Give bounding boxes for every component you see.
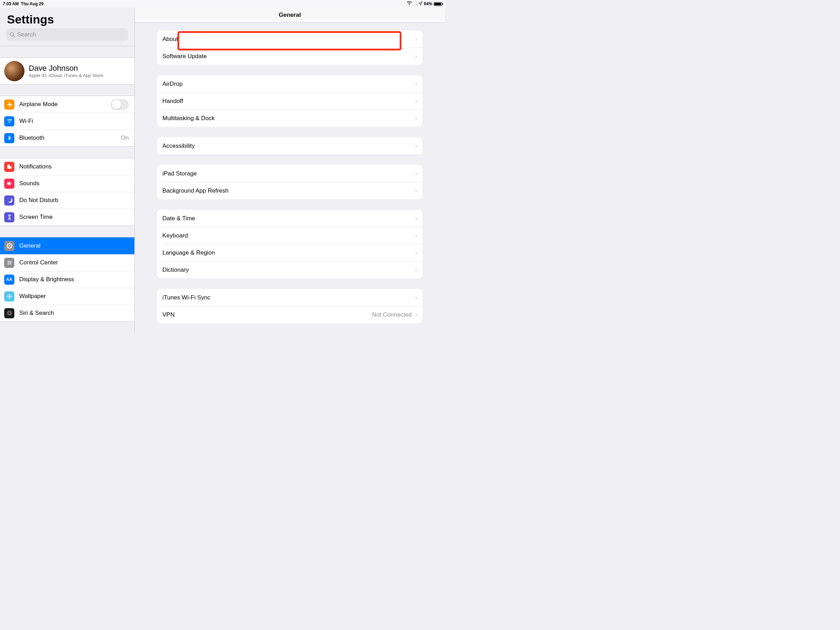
sidebar-item-airplane[interactable]: Airplane Mode bbox=[0, 96, 134, 113]
search-input[interactable] bbox=[17, 31, 125, 38]
row-about[interactable]: About › bbox=[157, 30, 422, 47]
row-itunes-wifi-sync[interactable]: iTunes Wi-Fi Sync› bbox=[157, 289, 422, 306]
sidebar-item-notifications[interactable]: Notifications bbox=[0, 158, 134, 175]
siri-icon bbox=[4, 308, 14, 318]
svg-point-18 bbox=[10, 262, 11, 263]
sidebar-item-screentime[interactable]: Screen Time bbox=[0, 209, 134, 226]
content-header: General bbox=[135, 8, 445, 23]
search-icon bbox=[10, 32, 15, 38]
sidebar-label: Airplane Mode bbox=[19, 101, 111, 108]
status-bar: 7:03 AM Thu Aug 29 94% bbox=[0, 0, 445, 8]
svg-point-27 bbox=[8, 312, 11, 314]
row-label: About bbox=[163, 36, 412, 43]
bluetooth-status: On bbox=[121, 135, 129, 141]
content-pane: General About › Software Update › AirDro… bbox=[135, 8, 445, 333]
chevron-right-icon: › bbox=[415, 142, 417, 150]
search-field[interactable] bbox=[6, 28, 128, 41]
flower-icon bbox=[4, 291, 14, 302]
row-label: Background App Refresh bbox=[163, 187, 412, 195]
row-keyboard[interactable]: Keyboard› bbox=[157, 227, 422, 244]
row-language-region[interactable]: Language & Region› bbox=[157, 244, 422, 261]
chevron-right-icon: › bbox=[415, 115, 417, 122]
chevron-right-icon: › bbox=[415, 36, 417, 43]
profile-name: Dave Johnson bbox=[29, 64, 103, 73]
chevron-right-icon: › bbox=[415, 170, 417, 177]
sidebar-item-general[interactable]: General bbox=[0, 237, 134, 254]
location-icon bbox=[418, 2, 422, 6]
svg-point-5 bbox=[9, 245, 10, 247]
chevron-right-icon: › bbox=[415, 249, 417, 256]
content-title: General bbox=[279, 11, 301, 19]
row-date-time[interactable]: Date & Time› bbox=[157, 210, 422, 227]
chevron-right-icon: › bbox=[415, 187, 417, 195]
svg-line-11 bbox=[11, 247, 11, 248]
sidebar-item-display[interactable]: AA Display & Brightness bbox=[0, 271, 134, 288]
do-not-disturb-icon bbox=[413, 2, 417, 6]
gear-icon bbox=[4, 241, 14, 251]
row-label: Dictionary bbox=[163, 266, 412, 274]
sidebar-label: Display & Brightness bbox=[19, 276, 129, 283]
row-label: Multitasking & Dock bbox=[163, 115, 412, 122]
sidebar-item-controlcenter[interactable]: Control Center bbox=[0, 254, 134, 271]
textsize-icon: AA bbox=[4, 275, 14, 285]
row-accessibility[interactable]: Accessibility› bbox=[157, 137, 422, 154]
sidebar-item-sounds[interactable]: Sounds bbox=[0, 175, 134, 192]
chevron-right-icon: › bbox=[415, 98, 417, 105]
sidebar-label: Bluetooth bbox=[19, 135, 121, 141]
row-label: iPad Storage bbox=[163, 170, 412, 177]
profile-sub: Apple ID, iCloud, iTunes & App Store bbox=[29, 73, 103, 78]
notifications-icon bbox=[4, 162, 14, 172]
status-time: 7:03 AM bbox=[3, 2, 19, 6]
sidebar-label: General bbox=[19, 242, 129, 249]
sidebar-label: Wi-Fi bbox=[19, 118, 129, 125]
svg-point-24 bbox=[10, 296, 12, 297]
svg-line-1 bbox=[13, 36, 15, 37]
svg-point-22 bbox=[9, 297, 10, 299]
battery-icon bbox=[434, 2, 442, 6]
sidebar-item-appleid[interactable]: Dave Johnson Apple ID, iCloud, iTunes & … bbox=[0, 58, 134, 84]
moon-icon bbox=[4, 195, 14, 206]
row-label: Keyboard bbox=[163, 232, 412, 239]
sidebar-label: Control Center bbox=[19, 259, 129, 266]
sidebar-label: Siri & Search bbox=[19, 310, 129, 317]
chevron-right-icon: › bbox=[415, 311, 417, 318]
chevron-right-icon: › bbox=[415, 294, 417, 301]
settings-sidebar: Settings Dave Johnson Apple ID, iCloud, … bbox=[0, 8, 135, 333]
wifi-icon bbox=[407, 2, 412, 6]
chevron-right-icon: › bbox=[415, 81, 417, 87]
wifi-settings-icon bbox=[4, 116, 14, 127]
airplane-icon bbox=[4, 100, 14, 109]
row-handoff[interactable]: Handoff› bbox=[157, 92, 422, 109]
sidebar-label: Screen Time bbox=[19, 214, 129, 221]
row-label: Accessibility bbox=[163, 142, 412, 150]
sidebar-item-bluetooth[interactable]: Bluetooth On bbox=[0, 130, 134, 146]
battery-percent: 94% bbox=[424, 2, 432, 6]
row-airdrop[interactable]: AirDrop› bbox=[157, 75, 422, 92]
sidebar-label: Do Not Disturb bbox=[19, 197, 129, 204]
hourglass-icon bbox=[4, 212, 14, 222]
sidebar-item-siri[interactable]: Siri & Search bbox=[0, 305, 134, 321]
svg-line-10 bbox=[7, 244, 8, 244]
row-bg-refresh[interactable]: Background App Refresh› bbox=[157, 182, 422, 199]
airplane-toggle[interactable] bbox=[111, 99, 129, 110]
sidebar-item-wifi[interactable]: Wi-Fi bbox=[0, 113, 134, 130]
sidebar-label: Notifications bbox=[19, 163, 129, 170]
row-label: Software Update bbox=[163, 53, 412, 60]
chevron-right-icon: › bbox=[415, 232, 417, 239]
svg-point-21 bbox=[9, 294, 10, 296]
row-dictionary[interactable]: Dictionary› bbox=[157, 261, 422, 279]
row-vpn[interactable]: VPNNot Connected› bbox=[157, 306, 422, 323]
svg-point-19 bbox=[8, 264, 9, 265]
row-ipad-storage[interactable]: iPad Storage› bbox=[157, 165, 422, 182]
sidebar-item-dnd[interactable]: Do Not Disturb bbox=[0, 192, 134, 209]
vpn-status: Not Connected bbox=[372, 311, 412, 318]
controls-icon bbox=[4, 258, 14, 268]
row-multitasking[interactable]: Multitasking & Dock› bbox=[157, 109, 422, 127]
row-label: AirDrop bbox=[163, 81, 412, 87]
sidebar-item-wallpaper[interactable]: Wallpaper bbox=[0, 288, 134, 305]
sidebar-label: Sounds bbox=[19, 180, 129, 187]
sidebar-label: Wallpaper bbox=[19, 293, 129, 300]
row-software-update[interactable]: Software Update › bbox=[157, 47, 422, 65]
row-label: Date & Time bbox=[163, 215, 412, 222]
chevron-right-icon: › bbox=[415, 266, 417, 274]
